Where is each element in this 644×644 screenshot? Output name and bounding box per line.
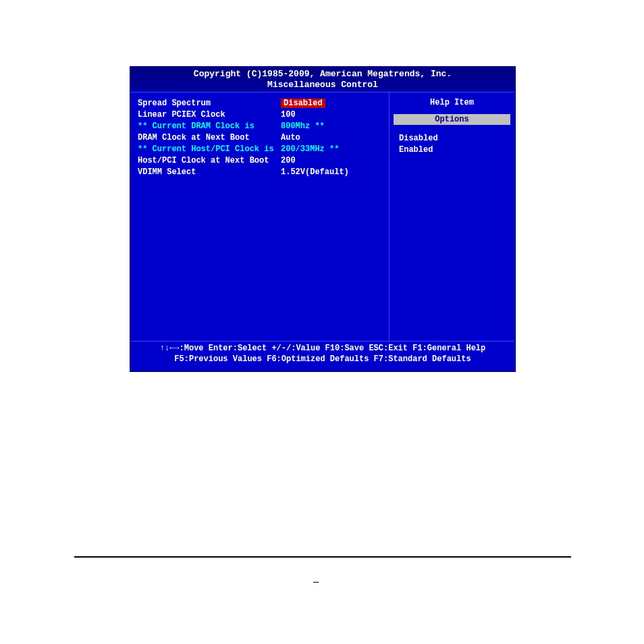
settings-panel: Spread Spectrum Disabled Linear PCIEX Cl… [131,92,390,341]
options-header: Options [394,114,510,125]
page-title: Miscellaneous Control [131,80,514,90]
bios-content: Spread Spectrum Disabled Linear PCIEX Cl… [131,92,514,341]
bios-header: Copyright (C)1985-2009, American Megatre… [131,68,514,92]
copyright-text: Copyright (C)1985-2009, American Megatre… [131,69,514,80]
bios-footer: ↑↓←→:Move Enter:Select +/-/:Value F10:Sa… [131,341,514,366]
setting-label: Linear PCIEX Clock [138,109,281,121]
info-label: ** Current Host/PCI Clock is [138,144,281,155]
footer-hints-1: ↑↓←→:Move Enter:Select +/-/:Value F10:Sa… [131,343,514,354]
bios-window: Copyright (C)1985-2009, American Megatre… [130,66,516,372]
setting-value: 200 [281,155,382,167]
help-title: Help Item [394,98,510,107]
setting-value: 100 [281,109,382,121]
setting-dram-next-boot[interactable]: DRAM Clock at Next Boot Auto [138,132,382,144]
setting-value: Auto [281,132,382,144]
info-value: 800Mhz ** [281,121,382,132]
help-panel: Help Item Options Disabled Enabled [390,92,514,341]
setting-value: 1.52V(Default) [281,167,382,178]
setting-host-pci-next-boot[interactable]: Host/PCI Clock at Next Boot 200 [138,155,382,167]
info-value: 200/33MHz ** [281,144,382,155]
info-host-pci-clock: ** Current Host/PCI Clock is 200/33MHz *… [138,144,382,155]
setting-spread-spectrum[interactable]: Spread Spectrum Disabled [138,98,382,109]
page-divider [74,556,571,558]
setting-label: Host/PCI Clock at Next Boot [138,155,281,167]
info-dram-clock: ** Current DRAM Clock is 800Mhz ** [138,121,382,132]
setting-label: Spread Spectrum [138,98,281,109]
setting-value: Disabled [281,98,382,109]
option-disabled[interactable]: Disabled [394,133,510,144]
setting-label: DRAM Clock at Next Boot [138,132,281,144]
option-enabled[interactable]: Enabled [394,144,510,156]
setting-label: VDIMM Select [138,167,281,178]
setting-vdimm-select[interactable]: VDIMM Select 1.52V(Default) [138,167,382,178]
setting-linear-pciex[interactable]: Linear PCIEX Clock 100 [138,109,382,121]
page-dash: — [313,576,319,587]
footer-hints-2: F5:Previous Values F6:Optimized Defaults… [131,354,514,365]
info-label: ** Current DRAM Clock is [138,121,281,132]
